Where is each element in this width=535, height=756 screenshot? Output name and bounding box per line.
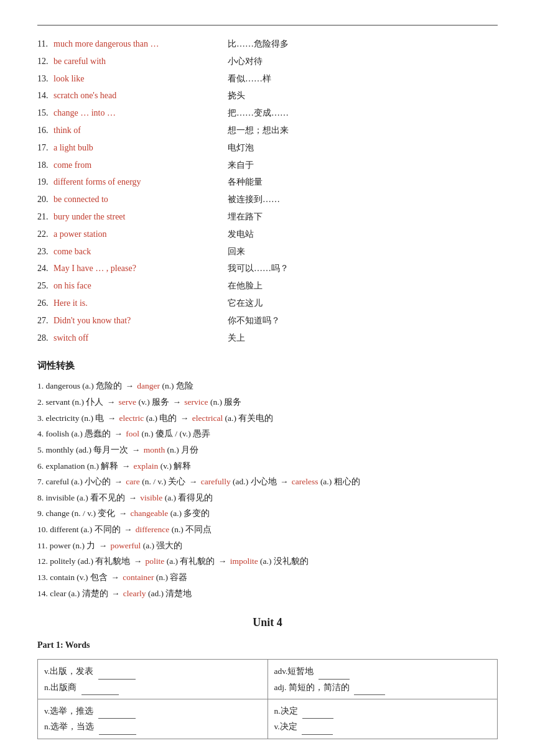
table-cell-line: n.出版商	[44, 680, 261, 695]
wt-arrow: →	[119, 509, 128, 518]
phrase-zh: 回来	[228, 244, 245, 259]
phrase-en: bury under the street	[54, 210, 228, 224]
phrase-row: 21.bury under the street埋在路下	[37, 210, 498, 224]
wt-num: 7.	[37, 477, 44, 486]
table-cell-line: v.出版，发表	[44, 663, 261, 679]
phrase-row: 23.come back回来	[37, 244, 498, 259]
phrase-row: 16.think of想一想；想出来	[37, 123, 498, 138]
wt-row: 7. careful (a.) 小心的 → care (n. / v.) 关心 …	[37, 474, 498, 490]
wt-red: container	[123, 573, 154, 582]
wt-red: service	[184, 397, 208, 407]
wt-row: 9. change (n. / v.) 变化 → changeable (a.)…	[37, 505, 498, 522]
phrase-num: 23.	[37, 244, 54, 259]
phrase-row: 13.look like看似……样	[37, 71, 498, 86]
phrase-num: 28.	[37, 331, 54, 346]
blank-field[interactable]	[98, 703, 136, 719]
blank-field[interactable]	[302, 703, 333, 719]
wt-normal: (a.) 粗心的	[319, 477, 360, 486]
blank-field[interactable]	[319, 663, 350, 679]
wt-red: electrical	[192, 413, 223, 423]
unit-title: Unit 4	[37, 616, 498, 629]
wt-num: 9.	[37, 509, 44, 518]
wt-inner-arrow: →	[172, 397, 181, 407]
blank-field[interactable]	[81, 680, 119, 695]
wt-arrow: →	[111, 573, 119, 582]
phrase-zh: 小心对待	[228, 54, 263, 69]
wt-inner-arrow: →	[180, 413, 189, 423]
blank-field[interactable]	[98, 663, 136, 679]
wt-num: 8.	[37, 493, 44, 502]
wt-red: careless	[292, 477, 319, 486]
table-row: v.出版，发表 n.出版商 adv.短暂地 adj. 简短的，简洁的	[38, 660, 498, 699]
phrase-row: 25.on his face在他脸上	[37, 279, 498, 293]
wt-red: explain	[134, 461, 159, 471]
phrase-num: 20.	[37, 192, 54, 207]
phrase-row: 28.switch off关上	[37, 331, 498, 346]
wt-normal: (ad.) 小心地	[231, 477, 277, 486]
wt-normal: (a.) 强大的	[141, 541, 182, 550]
wt-normal: (v.) 服务	[136, 397, 169, 407]
wt-normal: (a.) 有关电的	[223, 413, 273, 423]
wt-row: 2. servant (n.) 仆人 → serve (v.) 服务 → ser…	[37, 394, 498, 410]
wt-num: 12.	[37, 556, 48, 566]
wt-red: polite	[146, 556, 165, 566]
wt-arrow: →	[132, 445, 141, 454]
phrase-row: 20.be connected to被连接到……	[37, 192, 498, 207]
phrase-en: May I have … , please?	[54, 261, 228, 276]
phrase-zh: 电灯泡	[228, 141, 254, 155]
phrase-zh: 埋在路下	[228, 210, 263, 224]
part1-title: Part 1: Words	[37, 640, 498, 650]
table-cell-line: adv.短暂地	[274, 663, 491, 679]
wt-normal: (n. / v.) 关心	[140, 477, 186, 486]
wt-row: 13. contain (v.) 包含 → container (n.) 容器	[37, 569, 498, 586]
phrase-en: on his face	[54, 279, 228, 293]
phrase-row: 24.May I have … , please?我可以……吗？	[37, 261, 498, 276]
phrase-num: 19.	[37, 175, 54, 190]
phrase-num: 25.	[37, 279, 54, 293]
wt-arrow: →	[107, 397, 116, 407]
wt-normal: (n.) 月份	[165, 445, 198, 454]
wt-arrow: →	[99, 541, 108, 550]
phrase-en: be connected to	[54, 192, 228, 207]
wt-red: carefully	[201, 477, 231, 486]
wt-arrow: →	[128, 493, 137, 502]
table-cell-right: n.决定 v.决定	[268, 699, 498, 739]
wt-red: serve	[119, 397, 136, 407]
wt-normal: (n.) 傻瓜 / (v.) 愚弄	[139, 429, 210, 438]
wt-row: 4. foolish (a.) 愚蠢的 → fool (n.) 傻瓜 / (v.…	[37, 426, 498, 442]
wt-normal: (a.) 电的	[144, 413, 177, 423]
phrase-num: 17.	[37, 141, 54, 155]
table-cell-left: v.选举，推选 n.选举，当选	[38, 699, 268, 739]
phrase-num: 12.	[37, 54, 54, 69]
phrase-en: switch off	[54, 331, 228, 346]
blank-field[interactable]	[354, 680, 385, 695]
wt-red: electric	[119, 413, 144, 423]
phrase-zh: 我可以……吗？	[228, 261, 289, 276]
table-row: v.选举，推选 n.选举，当选 n.决定 v.决定	[38, 699, 498, 739]
phrase-row: 27.Didn't you know that?你不知道吗？	[37, 313, 498, 328]
wt-arrow: →	[134, 556, 142, 566]
phrase-zh: 来自于	[228, 158, 254, 173]
phrase-num: 16.	[37, 123, 54, 138]
wt-row: 8. invisible (a.) 看不见的 → visible (a.) 看得…	[37, 490, 498, 506]
phrase-en: scratch one's head	[54, 88, 228, 103]
wt-arrow: →	[125, 381, 134, 390]
blank-field[interactable]	[302, 719, 333, 734]
phrase-zh: 被连接到……	[228, 192, 280, 207]
wt-row: 11. power (n.) 力 → powerful (a.) 强大的	[37, 538, 498, 554]
phrase-en: different forms of energy	[54, 175, 228, 190]
phrase-row: 22.a power station发电站	[37, 227, 498, 242]
phrase-zh: 关上	[228, 331, 245, 346]
table-cell-left: v.出版，发表 n.出版商	[38, 660, 268, 699]
phrase-en: a power station	[54, 227, 228, 242]
phrase-zh: 发电站	[228, 227, 254, 242]
wt-inner-arrow: →	[189, 477, 198, 486]
phrase-en: change … into …	[54, 106, 228, 121]
wt-num: 6.	[37, 461, 44, 471]
phrase-row: 12.be careful with小心对待	[37, 54, 498, 69]
wt-row: 14. clear (a.) 清楚的 → clearly (ad.) 清楚地	[37, 586, 498, 602]
blank-field[interactable]	[99, 719, 136, 734]
wt-arrow: →	[111, 589, 120, 598]
phrase-zh: 比……危险得多	[228, 37, 289, 52]
wt-normal: (a.) 有礼貌的	[164, 556, 215, 566]
